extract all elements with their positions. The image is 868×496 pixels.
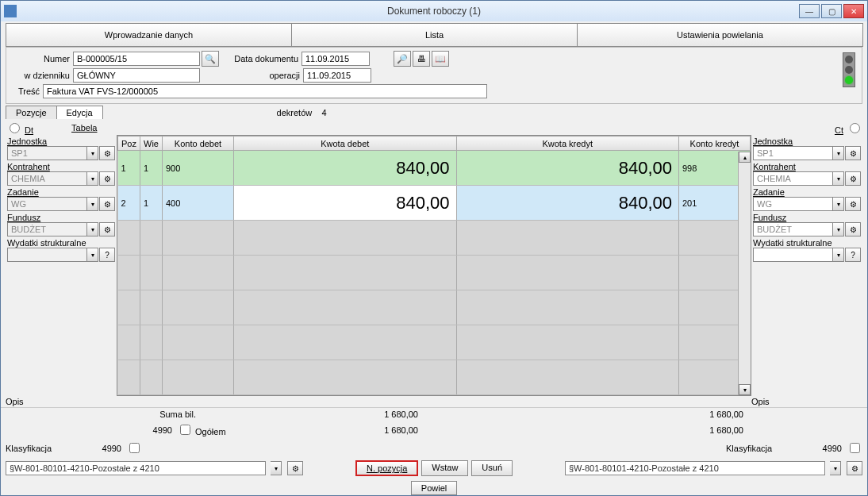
window-title: Dokument roboczy (1) [387, 6, 481, 17]
tab-wprowadzanie[interactable]: Wprowadzanie danych [6, 23, 292, 47]
subtab-pozycje[interactable]: Pozycje [6, 106, 57, 119]
left-wydatki-combo[interactable] [7, 248, 87, 262]
col-poz[interactable]: Poz [118, 136, 140, 151]
print-icon[interactable]: 🖶 [413, 51, 430, 67]
tab-lista[interactable]: Lista [291, 23, 578, 47]
klas-combo-left[interactable]: §W-801-80101-4210-Pozostałe z 4210 [6, 461, 266, 475]
lookup-icon[interactable]: ⚙ [845, 146, 861, 160]
chevron-down-icon[interactable]: ▾ [87, 197, 98, 211]
chevron-down-icon[interactable]: ▾ [87, 222, 98, 236]
chevron-down-icon[interactable]: ▾ [271, 461, 282, 475]
book-icon[interactable]: 📖 [432, 51, 449, 67]
lookup-icon[interactable]: ⚙ [845, 197, 861, 211]
col-kwkred[interactable]: Kwota kredyt [456, 136, 679, 151]
left-jednostka-combo[interactable]: SP1 [7, 146, 87, 160]
numer-lookup-button[interactable]: 🔍 [202, 51, 219, 67]
right-fundusz-combo[interactable]: BUDŻET [753, 222, 833, 236]
powiel-button[interactable]: Powiel [411, 481, 457, 495]
left-panel: Jednostka SP1▾⚙ Kontrahent CHEMIA▾⚙ Zada… [6, 135, 117, 396]
left-kontrahent-combo[interactable]: CHEMIA [7, 171, 87, 186]
left-fundusz-label: Fundusz [7, 213, 115, 222]
tresc-input[interactable] [43, 84, 487, 98]
chevron-down-icon[interactable]: ▾ [833, 197, 844, 211]
klas-num-right: 4990 [794, 444, 842, 453]
klas-checkbox-left[interactable] [129, 443, 140, 453]
minimize-button[interactable]: — [799, 4, 820, 18]
scrollbar[interactable]: ▴ ▾ [738, 152, 751, 395]
tab-ustawienia[interactable]: Ustawienia powielania [577, 23, 863, 47]
opis-label-right: Opis [751, 397, 862, 406]
chevron-down-icon[interactable]: ▾ [87, 171, 98, 186]
col-kkred[interactable]: Konto kredyt [679, 136, 751, 151]
preview-icon[interactable]: 🔎 [394, 51, 411, 67]
lookup-icon[interactable]: ⚙ [99, 197, 115, 211]
npozycja-button[interactable]: N. pozycja [355, 460, 418, 476]
right-zadanie-combo[interactable]: WG [753, 197, 833, 211]
klas-num-left: 4990 [74, 444, 121, 453]
sumabil-label: Suma bil. [6, 409, 196, 419]
help-icon[interactable]: ? [99, 248, 115, 262]
window: Dokument roboczy (1) — ▢ ✕ Wprowadzanie … [0, 0, 868, 496]
sumabil-deb: 1 680,00 [196, 409, 632, 419]
lookup-icon[interactable]: ⚙ [99, 171, 115, 186]
chevron-down-icon[interactable]: ▾ [833, 171, 844, 186]
dekretow-label: dekretów [277, 108, 313, 117]
datadok-input[interactable] [301, 52, 370, 66]
right-fundusz-label: Fundusz [753, 213, 861, 222]
lookup-icon[interactable]: ⚙ [847, 461, 862, 475]
klas-combo-right[interactable]: §W-801-80101-4210-Pozostałe z 4210 [565, 461, 825, 475]
lookup-icon[interactable]: ⚙ [845, 222, 861, 236]
left-kontrahent-label: Kontrahent [7, 162, 115, 171]
numer-label: Numer [11, 54, 73, 63]
left-zadanie-label: Zadanie [7, 187, 115, 197]
wstaw-button[interactable]: Wstaw [421, 460, 468, 476]
help-icon[interactable]: ? [845, 248, 861, 262]
chevron-down-icon[interactable]: ▾ [833, 248, 844, 262]
light-yellow [845, 66, 853, 74]
chevron-down-icon[interactable]: ▾ [87, 248, 98, 262]
wdzien-input[interactable] [73, 68, 200, 83]
right-kontrahent-combo[interactable]: CHEMIA [753, 171, 833, 186]
col-wie[interactable]: Wie [140, 136, 163, 151]
lookup-icon[interactable]: ⚙ [287, 461, 303, 475]
numer-input[interactable] [73, 52, 200, 66]
light-red [845, 56, 853, 63]
grid[interactable]: Poz Wie Konto debet Kwota debet Kwota kr… [117, 135, 751, 396]
dekretow-value: 4 [321, 108, 326, 117]
main-tabs: Wprowadzanie danych Lista Ustawienia pow… [1, 21, 867, 47]
left-wydatki-label: Wydatki strukturalne [7, 238, 115, 248]
klas-checkbox-right[interactable] [850, 443, 860, 453]
left-jednostka-label: Jednostka [7, 136, 115, 146]
subtab-edycja[interactable]: Edycja [56, 106, 103, 119]
col-kdeb[interactable]: Konto debet [163, 136, 234, 151]
scroll-up-icon[interactable]: ▴ [739, 152, 751, 163]
maximize-button[interactable]: ▢ [821, 4, 842, 18]
right-panel: Jednostka SP1▾⚙ Kontrahent CHEMIA▾⚙ Zada… [751, 135, 862, 396]
chevron-down-icon[interactable]: ▾ [87, 146, 98, 160]
right-zadanie-label: Zadanie [753, 187, 861, 197]
radio-ct[interactable]: Ct [835, 121, 862, 135]
close-button[interactable]: ✕ [843, 4, 864, 18]
col-kwdeb[interactable]: Kwota debet [234, 136, 457, 151]
operacji-input[interactable] [303, 68, 371, 83]
sumabil-kred: 1 680,00 [632, 409, 743, 419]
scroll-down-icon[interactable]: ▾ [739, 384, 751, 395]
app-icon [4, 5, 17, 17]
usun-button[interactable]: Usuń [471, 460, 513, 476]
right-jednostka-combo[interactable]: SP1 [753, 146, 833, 160]
radio-dt[interactable]: Dt [6, 121, 33, 135]
ogolem-checkbox[interactable]: Ogółem [177, 422, 226, 437]
right-wydatki-combo[interactable] [753, 248, 833, 262]
table-row[interactable]: 1 1 900 840,00 840,00 998 [118, 151, 751, 186]
table-row[interactable]: 2 1 400 840,00 840,00 201 [118, 186, 751, 221]
lookup-icon[interactable]: ⚙ [845, 171, 861, 186]
chevron-down-icon[interactable]: ▾ [833, 146, 844, 160]
lookup-icon[interactable]: ⚙ [99, 222, 115, 236]
chevron-down-icon[interactable]: ▾ [830, 461, 841, 475]
left-fundusz-combo[interactable]: BUDŻET [7, 222, 87, 236]
left-zadanie-combo[interactable]: WG [7, 197, 87, 211]
wdzien-label: w dzienniku [11, 71, 73, 80]
radio-tabela[interactable]: Tabela [71, 123, 97, 133]
chevron-down-icon[interactable]: ▾ [833, 222, 844, 236]
lookup-icon[interactable]: ⚙ [99, 146, 115, 160]
